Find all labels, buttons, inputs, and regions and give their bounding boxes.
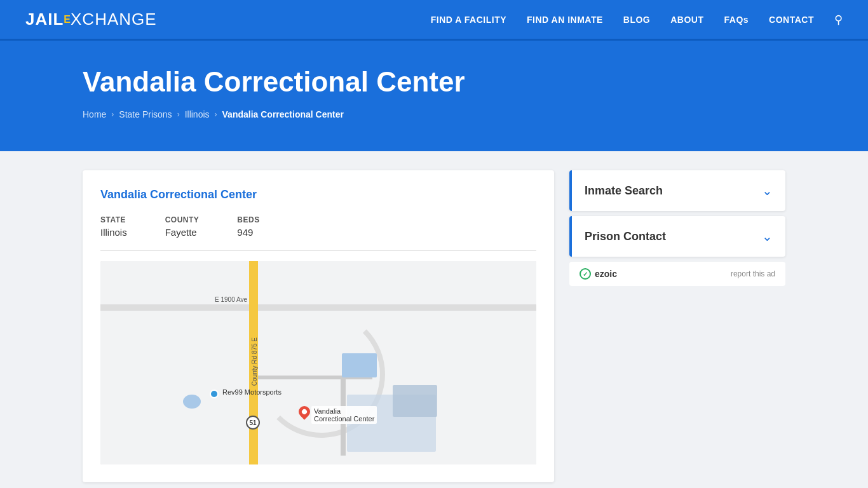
- breadcrumb: Home › State Prisons › Illinois › Vandal…: [83, 109, 843, 119]
- marker-label-line1: Vandalia: [314, 407, 341, 415]
- county-label: COUNTY: [165, 215, 200, 224]
- blue-pin-icon: [210, 390, 219, 398]
- breadcrumb-current: Vandalia Correctional Center: [222, 109, 344, 119]
- inmate-search-section: Inmate Search ⌄: [569, 170, 785, 211]
- logo-xchange-text: XCHANGE: [71, 10, 157, 29]
- ezoic-label: ezoic: [595, 269, 617, 279]
- inmate-search-chevron-icon: ⌄: [762, 183, 773, 198]
- nav-find-inmate[interactable]: FIND AN INMATE: [527, 15, 603, 25]
- nav-contact[interactable]: CONTACT: [769, 15, 814, 25]
- inmate-search-title: Inmate Search: [585, 184, 663, 198]
- facility-card: Vandalia Correctional Center STATE Illin…: [83, 170, 554, 482]
- beds-value: 949: [237, 227, 259, 238]
- breadcrumb-sep-1: ›: [111, 110, 114, 119]
- nav-blog[interactable]: BLOG: [623, 15, 650, 25]
- main-content: Vandalia Correctional Center STATE Illin…: [0, 151, 868, 488]
- prison-contact-section: Prison Contact ⌄: [569, 216, 785, 257]
- prison-contact-header[interactable]: Prison Contact ⌄: [569, 216, 785, 257]
- state-value: Illinois: [100, 227, 127, 238]
- breadcrumb-sep-2: ›: [177, 110, 180, 119]
- county-value: Fayette: [165, 227, 200, 238]
- facility-name: Vandalia Correctional Center: [100, 188, 536, 201]
- map-road-label-1: E 1900 Ave: [215, 296, 247, 303]
- ezoic-circle-icon: ✓: [580, 268, 591, 280]
- state-info: STATE Illinois: [100, 215, 127, 238]
- facility-building-2: [393, 385, 437, 417]
- map-road-label-2: County Rd 875 E: [251, 337, 258, 386]
- facility-map[interactable]: E 1900 Ave County Rd 875 E 51: [100, 261, 536, 464]
- road-h1: [100, 304, 536, 311]
- breadcrumb-sep-3: ›: [215, 110, 217, 119]
- inmate-search-header[interactable]: Inmate Search ⌄: [569, 170, 785, 211]
- beds-info: BEDS 949: [237, 215, 259, 238]
- map-pond: [183, 395, 201, 409]
- right-sidebar: Inmate Search ⌄ Prison Contact ⌄ ✓ ezoic…: [569, 170, 785, 286]
- nav-faqs[interactable]: FAQs: [724, 15, 749, 25]
- breadcrumb-state-prisons[interactable]: State Prisons: [119, 109, 172, 119]
- nav-find-facility[interactable]: FIND A FACILITY: [431, 15, 506, 25]
- hero-section: Vandalia Correctional Center Home › Stat…: [0, 41, 868, 151]
- main-nav: FIND A FACILITY FIND AN INMATE BLOG ABOU…: [431, 13, 843, 27]
- marker-label: Vandalia Correctional Center: [311, 406, 377, 424]
- ezoic-bar: ✓ ezoic report this ad: [569, 262, 785, 286]
- breadcrumb-illinois[interactable]: Illinois: [185, 109, 210, 119]
- map-background: E 1900 Ave County Rd 875 E 51: [100, 261, 536, 464]
- nav-about[interactable]: ABOUT: [670, 15, 703, 25]
- state-label: STATE: [100, 215, 127, 224]
- facility-info-row: STATE Illinois COUNTY Fayette BEDS 949: [100, 215, 536, 238]
- breadcrumb-home[interactable]: Home: [83, 109, 106, 119]
- search-icon-button[interactable]: ⚲: [834, 13, 843, 27]
- prison-contact-title: Prison Contact: [585, 230, 666, 243]
- route-51-badge: 51: [246, 416, 260, 430]
- map-pond-2: [342, 353, 377, 377]
- prison-contact-chevron-icon: ⌄: [762, 229, 773, 244]
- county-info: COUNTY Fayette: [165, 215, 200, 238]
- logo[interactable]: JAILEXCHANGE: [25, 10, 157, 29]
- header: JAILEXCHANGE FIND A FACILITY FIND AN INM…: [0, 0, 868, 41]
- ezoic-logo: ✓ ezoic: [580, 268, 617, 280]
- business-label: Rev99 Motorsports: [222, 388, 281, 396]
- logo-x-text: E: [64, 14, 71, 25]
- marker-label-line2: Correctional Center: [314, 415, 374, 423]
- page-title: Vandalia Correctional Center: [83, 66, 843, 98]
- report-ad-link[interactable]: report this ad: [731, 269, 775, 278]
- beds-label: BEDS: [237, 215, 259, 224]
- logo-jail-text: JAIL: [25, 10, 64, 29]
- info-divider: [100, 250, 536, 251]
